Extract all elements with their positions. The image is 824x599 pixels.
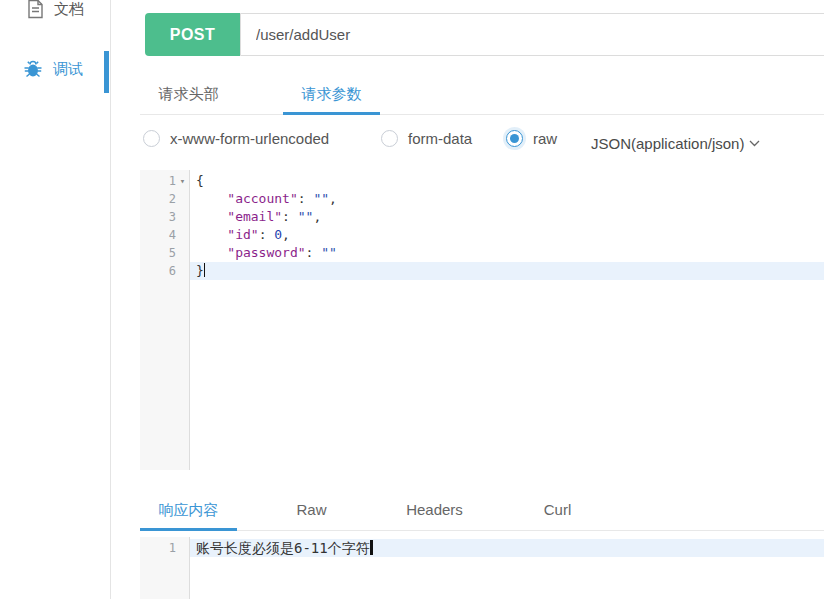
code-line[interactable]: "email": "", bbox=[190, 208, 824, 226]
token-key: "account" bbox=[227, 191, 297, 206]
line-number: 3 bbox=[169, 208, 176, 226]
code-line[interactable]: "password": "" bbox=[190, 244, 824, 262]
token-str: "" bbox=[321, 245, 337, 260]
token-num: 0 bbox=[274, 227, 282, 242]
chevron-down-icon bbox=[749, 140, 760, 147]
text-cursor bbox=[204, 263, 206, 277]
response-body-editor[interactable]: 1 账号长度必须是6-11个字符 bbox=[140, 537, 824, 599]
token-str: "" bbox=[313, 191, 329, 206]
content-type-label: JSON(application/json) bbox=[591, 135, 744, 152]
request-body-editor[interactable]: 1▾23456 { "account": "", "email": "", "i… bbox=[140, 170, 824, 470]
token-text: , bbox=[329, 191, 337, 206]
radio-label: raw bbox=[533, 130, 557, 147]
token-key: "id" bbox=[227, 227, 258, 242]
token-text: 账号长度必须是6-11个字符 bbox=[196, 540, 370, 556]
radio-circle-icon bbox=[506, 130, 523, 147]
token-text: , bbox=[282, 227, 290, 242]
tab-response-curl[interactable]: Curl bbox=[509, 492, 606, 531]
editor-code[interactable]: 账号长度必须是6-11个字符 bbox=[190, 537, 824, 599]
line-number: 2 bbox=[169, 190, 176, 208]
response-tabbar: 响应内容 Raw Headers Curl bbox=[140, 492, 824, 531]
fold-arrow-icon[interactable]: ▾ bbox=[176, 172, 189, 190]
token-text: } bbox=[196, 263, 204, 278]
token-text: : bbox=[306, 245, 322, 260]
line-number: 1 bbox=[169, 539, 176, 557]
tab-request-params[interactable]: 请求参数 bbox=[283, 76, 380, 115]
code-line[interactable]: { bbox=[190, 172, 824, 190]
gutter-line: 1 bbox=[140, 539, 189, 557]
radio-label: x-www-form-urlencoded bbox=[170, 130, 329, 147]
editor-gutter: 1 bbox=[140, 537, 190, 599]
radio-label: form-data bbox=[408, 130, 472, 147]
token-text: : bbox=[282, 209, 298, 224]
token-str: "" bbox=[298, 209, 314, 224]
debug-panel: POST 请求头部 请求参数 x-www-form-urlencoded for… bbox=[0, 0, 824, 599]
token-text: , bbox=[313, 209, 321, 224]
token-text bbox=[196, 191, 227, 206]
radio-x-www-form-urlencoded[interactable]: x-www-form-urlencoded bbox=[143, 130, 329, 147]
gutter-line: 3 bbox=[140, 208, 189, 226]
request-url-input[interactable] bbox=[240, 13, 824, 56]
content-type-dropdown[interactable]: JSON(application/json) bbox=[591, 130, 760, 156]
code-line[interactable]: 账号长度必须是6-11个字符 bbox=[190, 539, 824, 557]
radio-raw[interactable]: raw bbox=[506, 130, 557, 147]
http-method-button[interactable]: POST bbox=[145, 13, 240, 56]
gutter-line: 1▾ bbox=[140, 172, 189, 190]
editor-code[interactable]: { "account": "", "email": "", "id": 0, "… bbox=[190, 170, 824, 470]
tab-request-headers[interactable]: 请求头部 bbox=[140, 76, 237, 115]
gutter-line: 5 bbox=[140, 244, 189, 262]
radio-circle-icon bbox=[143, 130, 160, 147]
radio-circle-icon bbox=[381, 130, 398, 147]
token-text: : bbox=[298, 191, 314, 206]
line-number: 1 bbox=[169, 172, 176, 190]
radio-form-data[interactable]: form-data bbox=[381, 130, 472, 147]
token-text: : bbox=[259, 227, 275, 242]
gutter-line: 2 bbox=[140, 190, 189, 208]
line-number: 4 bbox=[169, 226, 176, 244]
text-cursor bbox=[370, 540, 373, 555]
token-key: "password" bbox=[227, 245, 305, 260]
code-line[interactable]: "account": "", bbox=[190, 190, 824, 208]
code-line[interactable]: } bbox=[190, 262, 824, 280]
tab-response-headers[interactable]: Headers bbox=[386, 492, 483, 531]
token-text bbox=[196, 245, 227, 260]
token-text: { bbox=[196, 173, 204, 188]
code-line[interactable]: "id": 0, bbox=[190, 226, 824, 244]
line-number: 6 bbox=[169, 262, 176, 280]
gutter-line: 4 bbox=[140, 226, 189, 244]
body-type-options: x-www-form-urlencoded form-data raw JSON… bbox=[143, 130, 824, 156]
token-key: "email" bbox=[227, 209, 282, 224]
line-number: 5 bbox=[169, 244, 176, 262]
token-text bbox=[196, 209, 227, 224]
editor-gutter: 1▾23456 bbox=[140, 170, 190, 470]
token-text bbox=[196, 227, 227, 242]
tab-response-raw[interactable]: Raw bbox=[263, 492, 360, 531]
gutter-line: 6 bbox=[140, 262, 189, 280]
api-debug-app: 文档 调试 POST 请求头部 请求参数 bbox=[0, 0, 824, 599]
request-tabbar: 请求头部 请求参数 bbox=[140, 76, 824, 115]
tab-response-body[interactable]: 响应内容 bbox=[140, 492, 237, 531]
